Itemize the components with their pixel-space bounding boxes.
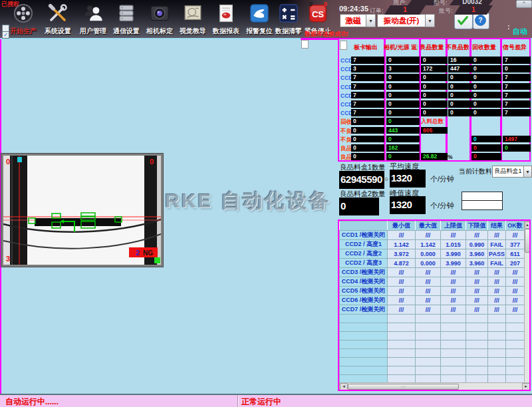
- measure-cell: [466, 358, 488, 366]
- counter-cell: 0: [386, 118, 420, 125]
- counter-cell: 162: [386, 144, 420, 152]
- measure-vscrollbar[interactable]: ▲: [524, 221, 531, 384]
- toolbar-button-7[interactable]: 数据报表: [208, 3, 244, 36]
- counter-cell: 0: [503, 144, 531, 152]
- measure-cell: ///: [466, 287, 488, 296]
- toolbar-buttons: 开始生产系统设置用户管理通信设置相机标定视觉教导数据报表报警复位数据清零CS紧急…: [0, 0, 346, 38]
- counter-inline-label: 入料总数: [421, 118, 444, 126]
- mode-dots: :: [507, 23, 510, 31]
- measure-cell: PASS: [488, 249, 506, 259]
- model-field[interactable]: D0032: [450, 0, 495, 5]
- camera-icon: [150, 3, 170, 26]
- mode-combo-vibrator-arrow[interactable]: ▼: [425, 14, 435, 27]
- counter-cell: 0: [386, 83, 420, 90]
- toolbar-button-5[interactable]: 相机标定: [142, 3, 178, 36]
- measure-cell: [488, 323, 506, 332]
- tools-icon: [48, 3, 68, 26]
- mode-combo-vibrator[interactable]: 振动盘(开): [377, 14, 426, 27]
- measure-cell: ///: [388, 287, 416, 296]
- mode-combo-jici-arrow[interactable]: ▼: [366, 14, 376, 27]
- measure-hscrollbar[interactable]: ◄ ··· ►: [339, 382, 531, 391]
- measure-row-label: CCD2 / 高度1: [340, 240, 388, 249]
- mode-combo-jici[interactable]: 激磁: [340, 14, 366, 27]
- measure-cell: [488, 340, 506, 349]
- counter-header: 不良品数量: [446, 43, 469, 52]
- collapse-button[interactable]: ^: [516, 0, 532, 8]
- counter-cell: 1497: [503, 136, 531, 143]
- confirm-button[interactable]: [454, 13, 473, 29]
- counter-header: 信号差异: [500, 43, 529, 52]
- current-box-select-arrow[interactable]: ▼: [523, 166, 532, 178]
- measure-cell: [416, 349, 441, 358]
- toolbar-button-2[interactable]: 系统设置: [40, 3, 76, 36]
- measure-header: OK数: [506, 221, 525, 231]
- measure-row: CCD1 /检测关闭//////////////////: [340, 231, 525, 240]
- measure-row-label: CCD2 / 高度2: [340, 249, 388, 259]
- measure-row-label: [340, 332, 388, 340]
- measure-cell: ///: [506, 231, 525, 240]
- measure-cell: ///: [466, 231, 488, 240]
- measure-cell: FAIL: [488, 259, 506, 268]
- panel-corner-box: [301, 40, 309, 49]
- measure-header: [340, 221, 388, 231]
- measure-cell: [506, 332, 525, 340]
- toolbar-button-1[interactable]: 开始生产: [5, 3, 41, 36]
- svg-text:CS: CS: [312, 9, 324, 19]
- order-field[interactable]: 1: [384, 5, 426, 15]
- peak-speed-unit: 个/分钟: [430, 201, 454, 211]
- measure-header: 结果: [488, 221, 506, 231]
- measure-cell: ///: [506, 268, 525, 277]
- measure-row-label: CCD4 /检测关闭: [340, 277, 388, 287]
- measure-empty-row: [340, 358, 525, 366]
- help-button[interactable]: ?: [473, 13, 489, 29]
- spare-input-2[interactable]: [462, 200, 503, 210]
- counter-cell: 0: [503, 65, 531, 72]
- measure-cell: [388, 358, 416, 366]
- measure-cell: 0.990: [466, 240, 488, 249]
- counter-cell: 0: [471, 65, 501, 72]
- toolbar-button-label: 相机标定: [146, 27, 173, 36]
- measure-cell: ///: [388, 305, 416, 315]
- toolbar-button-3[interactable]: 用户管理: [75, 3, 111, 36]
- measure-row-label: CCD2 / 高度3: [340, 259, 388, 268]
- measure-empty-row: [340, 315, 525, 323]
- batch-label: 批号:: [439, 7, 453, 15]
- measure-row-label: [340, 323, 388, 332]
- counter-row-label: 回收: [340, 118, 352, 126]
- toolbar-button-6[interactable]: 视觉教导: [175, 3, 211, 36]
- camera-view: 0 0 3 2 NG: [1, 154, 163, 267]
- toolbar-button-label: 系统设置: [45, 27, 71, 36]
- counter-cell: 0: [471, 144, 501, 152]
- counter-cell: 0: [351, 153, 384, 160]
- question-icon: ?: [474, 14, 487, 27]
- toolbar-button-4[interactable]: 通信设置: [108, 3, 144, 36]
- counter-header: 回收数量: [469, 43, 499, 52]
- measure-cell: ///: [488, 305, 506, 315]
- measure-cell: [488, 358, 506, 366]
- toolbar-button-label: 数据清零: [275, 27, 302, 36]
- counter-cell: 0: [471, 153, 501, 160]
- status-right-text: 正常运行中: [241, 396, 281, 407]
- measure-cell: [388, 323, 416, 332]
- measure-cell: [388, 340, 416, 349]
- counter-cell: 0: [386, 74, 420, 81]
- avg-speed-value: 1320: [390, 170, 426, 188]
- measure-cell: [506, 358, 525, 366]
- measure-cell: 207: [506, 259, 525, 268]
- measure-cell: ///: [466, 277, 488, 287]
- measure-cell: ///: [416, 296, 441, 305]
- counter-cell: 7: [351, 57, 384, 64]
- counter-cell: 0: [421, 57, 448, 64]
- status-led: [154, 257, 160, 263]
- counter-cell: 0: [351, 136, 384, 143]
- measure-row-label: CCD1 /检测关闭: [340, 231, 388, 240]
- measure-cell: [416, 332, 441, 340]
- batch-field[interactable]: 1: [454, 5, 493, 15]
- ng-count: 2: [136, 249, 140, 257]
- current-box-select[interactable]: 良品料盒1: [492, 166, 524, 178]
- measure-empty-row: [340, 366, 525, 375]
- status-bar: 自动运行中...... 正常运行中: [0, 394, 532, 407]
- measure-cell: ///: [416, 277, 441, 287]
- counter-cell: 0: [471, 136, 501, 143]
- counter-cell: 0: [421, 83, 448, 90]
